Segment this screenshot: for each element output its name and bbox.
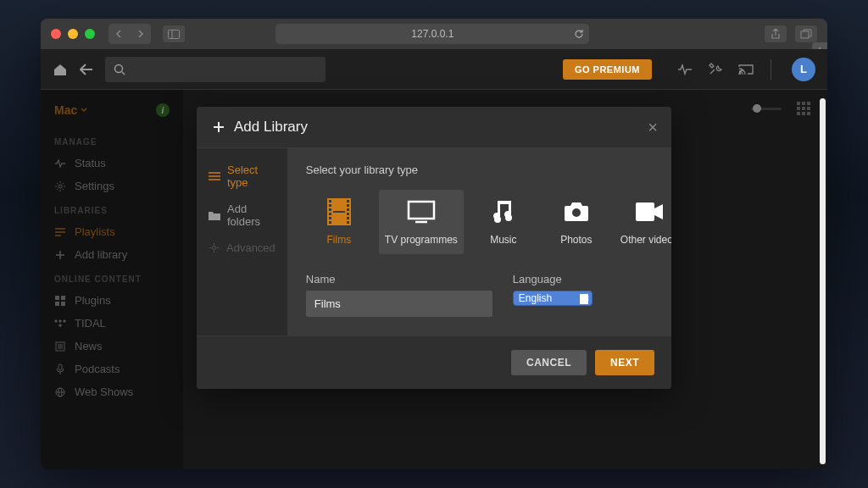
activity-icon[interactable] [677,64,693,75]
tools-icon[interactable] [708,63,723,76]
svg-rect-42 [347,200,349,202]
svg-point-34 [213,247,216,250]
step-add-folders[interactable]: Add folders [197,196,287,235]
content-title: Select your library type [306,164,671,176]
film-icon [327,198,351,225]
chevron-updown-icon: ▴▾ [585,292,589,304]
minimize-window-button[interactable] [68,29,78,39]
svg-rect-43 [347,204,349,207]
browser-url-text: 127.0.0.1 [411,28,453,40]
type-tv[interactable]: TV programmes [379,190,464,254]
svg-point-52 [505,214,512,221]
add-library-modal: Add Library × Select type Add folders Ad… [197,107,671,389]
camera-icon [563,198,590,225]
avatar[interactable]: L [792,58,815,81]
cancel-button[interactable]: CANCEL [511,350,587,375]
language-group: Language English▴▾ [513,273,593,317]
svg-line-4 [122,72,125,75]
name-label: Name [306,273,492,286]
topbar-icons [677,63,754,76]
type-photos[interactable]: Photos [543,190,609,254]
type-music[interactable]: Music [470,190,537,254]
type-other[interactable]: Other videos [616,190,671,254]
step-advanced: Advanced [197,235,287,261]
svg-rect-2 [801,31,809,38]
svg-rect-41 [329,221,331,224]
scrollbar[interactable] [820,98,826,464]
plus-icon [212,120,225,134]
reload-icon[interactable] [574,29,584,39]
next-button[interactable]: NEXT [595,350,654,375]
music-icon [493,198,514,225]
browser-back-button[interactable] [110,25,129,42]
svg-rect-44 [347,208,349,211]
name-group: Name [306,273,492,317]
form-row: Name Language English▴▾ [306,273,671,317]
browser-titlebar-right [765,25,817,42]
go-premium-button[interactable]: GO PREMIUM [563,59,652,80]
maximize-window-button[interactable] [85,29,95,39]
step-select-type[interactable]: Select type [197,157,287,196]
search-input[interactable] [105,57,326,82]
traffic-lights [51,29,95,39]
modal-header: Add Library × [197,107,671,148]
browser-titlebar: 127.0.0.1 [41,19,827,49]
tabs-icon[interactable] [795,25,817,42]
name-input[interactable] [306,291,492,317]
video-icon [636,198,663,225]
svg-rect-40 [329,217,331,219]
svg-rect-48 [333,211,345,213]
browser-sidebar-toggle[interactable] [163,25,185,42]
svg-rect-0 [169,30,180,38]
modal-footer: CANCEL NEXT [197,336,671,389]
svg-point-3 [115,64,123,72]
gear-icon [209,242,220,253]
folder-icon [209,211,220,220]
svg-rect-36 [329,200,331,202]
type-films[interactable]: Films [306,190,372,254]
browser-nav-arrows [108,24,151,44]
close-icon[interactable]: × [648,118,658,137]
plex-topbar: GO PREMIUM L [41,49,827,90]
browser-window: 127.0.0.1 + GO PREMIUM L [41,19,827,469]
library-type-grid: Films TV programmes Music [306,190,671,254]
language-label: Language [513,273,593,286]
plex-app: GO PREMIUM L Mac i MANAGE Status Setting… [41,49,827,469]
svg-rect-47 [347,221,349,224]
browser-forward-button[interactable] [131,25,149,42]
back-icon[interactable] [80,64,93,75]
modal-overlay: Add Library × Select type Add folders Ad… [41,90,827,469]
list-icon [209,172,220,180]
search-icon [114,64,125,75]
svg-rect-38 [329,208,331,211]
language-select[interactable]: English▴▾ [513,291,593,306]
svg-rect-49 [409,202,434,219]
tv-icon [407,198,436,225]
svg-point-5 [739,73,741,75]
modal-steps: Select type Add folders Advanced [197,148,287,336]
share-icon[interactable] [765,25,787,42]
svg-rect-45 [347,213,349,215]
modal-body: Select type Add folders Advanced Select … [197,148,671,336]
close-window-button[interactable] [51,29,61,39]
modal-content: Select your library type Films TV progra… [287,148,671,336]
cast-icon[interactable] [738,64,754,75]
plex-body: Mac i MANAGE Status Settings LIBRARIES P… [41,90,827,469]
home-icon[interactable] [53,63,68,76]
svg-rect-39 [329,213,331,215]
svg-point-51 [494,216,501,223]
svg-rect-46 [347,217,349,219]
svg-rect-54 [636,202,654,221]
svg-rect-37 [329,204,331,207]
browser-url-bar[interactable]: 127.0.0.1 [275,24,589,44]
modal-title: Add Library [234,119,308,136]
svg-point-53 [572,208,581,217]
